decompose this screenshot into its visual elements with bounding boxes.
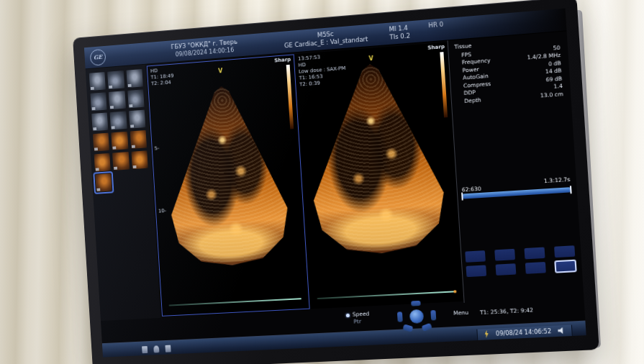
left-ultrasound-sector-image: [163, 82, 292, 268]
thumbnail-image[interactable]: [110, 112, 127, 130]
speed-control[interactable]: Speed Ptr: [346, 311, 371, 327]
pointer-label[interactable]: Ptr: [346, 318, 370, 327]
trackball-up-button[interactable]: [411, 301, 421, 306]
speaker-icon[interactable]: [558, 327, 565, 335]
timeline-end-label: 1.3:12.7s: [544, 176, 571, 188]
trackball-lower-left-button[interactable]: [403, 324, 414, 332]
parameter-sidebar: Tissue FPS 50 Frequency 1.4/2.8 MHz Powe…: [448, 31, 584, 303]
taskbar-clock-section: 09/08/24 14:06:52: [476, 324, 573, 340]
softkey-slot-active[interactable]: [555, 260, 576, 273]
archive-icon[interactable]: [165, 345, 171, 352]
softkey-slot[interactable]: [465, 250, 486, 263]
power-status-icon: [484, 330, 489, 339]
main-imaging-area: HD T1: 18:49 T2: 2:04 Sharp V 5- 10- 13:…: [86, 31, 584, 321]
param-value: 13.0 cm: [540, 91, 563, 100]
left-grayscale-colorbar: [286, 65, 294, 129]
left-panel-annotations: HD T1: 18:49 T2: 2:04: [150, 67, 175, 88]
left-ecg-trace: [169, 298, 301, 306]
left-t2-timer: T2: 2:04: [151, 79, 174, 87]
right-ultrasound-sector-image: [304, 59, 449, 257]
acoustic-output: MI 1.4 TIs 0.2: [389, 24, 410, 41]
softkey-slot[interactable]: [496, 263, 517, 276]
softkey-slot[interactable]: [525, 247, 545, 260]
thumbnail-image[interactable]: [127, 89, 145, 108]
tissue-parameter-list: Tissue FPS 50 Frequency 1.4/2.8 MHz Powe…: [454, 35, 563, 106]
right-grayscale-colorbar: [440, 52, 448, 117]
thumbnail-image[interactable]: [90, 92, 106, 111]
thumbnail-image[interactable]: [93, 133, 109, 152]
thumbnail-image[interactable]: [126, 69, 143, 88]
right-ecg-trace: [317, 291, 456, 299]
menu-button[interactable]: Menu: [453, 309, 469, 317]
taskbar-status-icons: [142, 345, 171, 354]
ultrasound-monitor: GE ГБУЗ "ОККД" г. Тверь 09/08/2024 14:00…: [73, 0, 599, 364]
clinic-info: ГБУЗ "ОККД" г. Тверь 09/08/2024 14:00:16: [171, 38, 238, 59]
right-sharp-label: Sharp: [427, 44, 445, 51]
thumbnail-image[interactable]: [94, 153, 111, 172]
right-focus-marker: V: [368, 55, 373, 63]
left-sharp-label: Sharp: [274, 57, 291, 64]
timeline-start-label: 62:630: [462, 186, 482, 194]
softkey-slot[interactable]: [494, 249, 515, 261]
param-label: Depth: [458, 96, 481, 106]
trackball-lower-right-button[interactable]: [422, 323, 432, 332]
thumbnail-image[interactable]: [109, 91, 125, 109]
thumbnail-image-selected[interactable]: [95, 173, 112, 192]
thumbnail-image[interactable]: [112, 152, 130, 170]
thumbnail-image[interactable]: [89, 72, 106, 91]
trackball-right-button[interactable]: [430, 310, 436, 320]
trackball-left-button[interactable]: [397, 311, 403, 322]
trackball-widget: [394, 300, 438, 334]
thumbnail-image[interactable]: [112, 132, 129, 150]
printer-icon[interactable]: [142, 346, 148, 353]
user-icon[interactable]: [153, 345, 159, 352]
thumbnail-image[interactable]: [91, 112, 108, 131]
softkey-slot[interactable]: [554, 245, 575, 258]
thumbnail-image[interactable]: [129, 110, 146, 129]
image-panel-left[interactable]: HD T1: 18:49 T2: 2:04 Sharp V 5- 10-: [147, 54, 310, 316]
speed-indicator-icon: [346, 313, 350, 317]
image-panel-right[interactable]: 13:57:53 HD Low dose : SAX-PM T1: 16:53 …: [295, 42, 464, 309]
left-depth-mark-10: 10-: [158, 208, 166, 214]
left-depth-mark-5: 5-: [154, 145, 159, 151]
monitor-bezel: GE ГБУЗ "ОККД" г. Тверь 09/08/2024 14:00…: [73, 0, 599, 364]
exam-timers: T1: 25:36, T2: 9:42: [480, 306, 534, 316]
softkey-slot[interactable]: [466, 265, 487, 277]
trackball-icon[interactable]: [409, 309, 424, 324]
speed-label: Speed: [353, 311, 370, 319]
ultrasound-screen: GE ГБУЗ "ОККД" г. Тверь 09/08/2024 14:00…: [84, 9, 586, 358]
cine-timeline: 62:630 1.3:12.7s: [461, 176, 571, 199]
softkey-slot[interactable]: [525, 262, 546, 274]
left-focus-marker: V: [218, 68, 223, 74]
ge-logo-icon: GE: [90, 48, 106, 65]
thumbnail-image[interactable]: [130, 130, 147, 149]
tis-value: TIs 0.2: [389, 32, 410, 41]
right-panel-annotations: 13:57:53 HD Low dose : SAX-PM T1: 16:53 …: [298, 53, 347, 88]
thumbnail-image[interactable]: [107, 70, 124, 89]
heart-rate-value: HR 0: [428, 21, 443, 29]
param-value: 50: [553, 44, 561, 53]
probe-info: M5Sc GE Cardiac_E : Val_standart: [284, 27, 368, 50]
system-clock: 09/08/24 14:06:52: [496, 328, 552, 337]
softkey-grid: [465, 245, 576, 277]
thumbnail-image[interactable]: [131, 150, 148, 169]
